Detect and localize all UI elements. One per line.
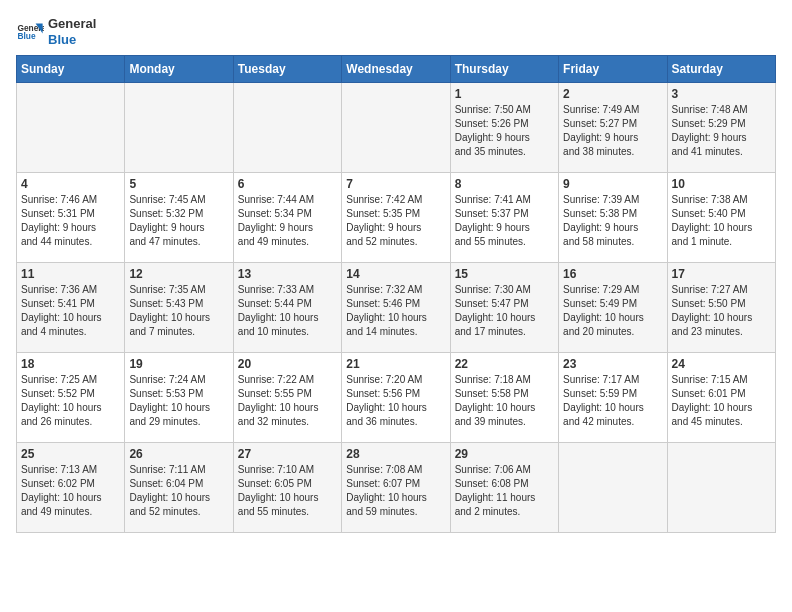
day-number: 28 — [346, 447, 445, 461]
calendar-cell: 23Sunrise: 7:17 AM Sunset: 5:59 PM Dayli… — [559, 353, 667, 443]
calendar-table: SundayMondayTuesdayWednesdayThursdayFrid… — [16, 55, 776, 533]
logo-icon: General Blue — [16, 18, 44, 46]
calendar-header-row: SundayMondayTuesdayWednesdayThursdayFrid… — [17, 56, 776, 83]
day-number: 16 — [563, 267, 662, 281]
day-number: 8 — [455, 177, 554, 191]
header-friday: Friday — [559, 56, 667, 83]
calendar-cell: 28Sunrise: 7:08 AM Sunset: 6:07 PM Dayli… — [342, 443, 450, 533]
calendar-cell: 6Sunrise: 7:44 AM Sunset: 5:34 PM Daylig… — [233, 173, 341, 263]
day-number: 12 — [129, 267, 228, 281]
calendar-week-row: 4Sunrise: 7:46 AM Sunset: 5:31 PM Daylig… — [17, 173, 776, 263]
day-info: Sunrise: 7:17 AM Sunset: 5:59 PM Dayligh… — [563, 373, 662, 429]
calendar-week-row: 18Sunrise: 7:25 AM Sunset: 5:52 PM Dayli… — [17, 353, 776, 443]
calendar-cell: 17Sunrise: 7:27 AM Sunset: 5:50 PM Dayli… — [667, 263, 775, 353]
calendar-cell: 22Sunrise: 7:18 AM Sunset: 5:58 PM Dayli… — [450, 353, 558, 443]
day-number: 1 — [455, 87, 554, 101]
day-number: 26 — [129, 447, 228, 461]
day-number: 9 — [563, 177, 662, 191]
calendar-week-row: 25Sunrise: 7:13 AM Sunset: 6:02 PM Dayli… — [17, 443, 776, 533]
day-info: Sunrise: 7:38 AM Sunset: 5:40 PM Dayligh… — [672, 193, 771, 249]
day-info: Sunrise: 7:33 AM Sunset: 5:44 PM Dayligh… — [238, 283, 337, 339]
day-info: Sunrise: 7:39 AM Sunset: 5:38 PM Dayligh… — [563, 193, 662, 249]
calendar-cell: 4Sunrise: 7:46 AM Sunset: 5:31 PM Daylig… — [17, 173, 125, 263]
day-info: Sunrise: 7:06 AM Sunset: 6:08 PM Dayligh… — [455, 463, 554, 519]
day-info: Sunrise: 7:15 AM Sunset: 6:01 PM Dayligh… — [672, 373, 771, 429]
calendar-cell: 26Sunrise: 7:11 AM Sunset: 6:04 PM Dayli… — [125, 443, 233, 533]
day-number: 2 — [563, 87, 662, 101]
calendar-cell: 2Sunrise: 7:49 AM Sunset: 5:27 PM Daylig… — [559, 83, 667, 173]
day-info: Sunrise: 7:25 AM Sunset: 5:52 PM Dayligh… — [21, 373, 120, 429]
day-number: 29 — [455, 447, 554, 461]
calendar-cell — [17, 83, 125, 173]
day-info: Sunrise: 7:27 AM Sunset: 5:50 PM Dayligh… — [672, 283, 771, 339]
day-info: Sunrise: 7:11 AM Sunset: 6:04 PM Dayligh… — [129, 463, 228, 519]
day-info: Sunrise: 7:32 AM Sunset: 5:46 PM Dayligh… — [346, 283, 445, 339]
calendar-cell: 11Sunrise: 7:36 AM Sunset: 5:41 PM Dayli… — [17, 263, 125, 353]
day-number: 25 — [21, 447, 120, 461]
day-number: 23 — [563, 357, 662, 371]
day-number: 27 — [238, 447, 337, 461]
day-info: Sunrise: 7:20 AM Sunset: 5:56 PM Dayligh… — [346, 373, 445, 429]
header-saturday: Saturday — [667, 56, 775, 83]
calendar-cell — [559, 443, 667, 533]
calendar-cell — [125, 83, 233, 173]
day-info: Sunrise: 7:35 AM Sunset: 5:43 PM Dayligh… — [129, 283, 228, 339]
calendar-cell: 24Sunrise: 7:15 AM Sunset: 6:01 PM Dayli… — [667, 353, 775, 443]
day-number: 7 — [346, 177, 445, 191]
calendar-cell: 13Sunrise: 7:33 AM Sunset: 5:44 PM Dayli… — [233, 263, 341, 353]
day-info: Sunrise: 7:36 AM Sunset: 5:41 PM Dayligh… — [21, 283, 120, 339]
day-number: 14 — [346, 267, 445, 281]
day-number: 19 — [129, 357, 228, 371]
day-number: 24 — [672, 357, 771, 371]
day-number: 5 — [129, 177, 228, 191]
day-info: Sunrise: 7:49 AM Sunset: 5:27 PM Dayligh… — [563, 103, 662, 159]
day-info: Sunrise: 7:30 AM Sunset: 5:47 PM Dayligh… — [455, 283, 554, 339]
calendar-cell: 27Sunrise: 7:10 AM Sunset: 6:05 PM Dayli… — [233, 443, 341, 533]
day-info: Sunrise: 7:44 AM Sunset: 5:34 PM Dayligh… — [238, 193, 337, 249]
day-number: 18 — [21, 357, 120, 371]
calendar-cell: 15Sunrise: 7:30 AM Sunset: 5:47 PM Dayli… — [450, 263, 558, 353]
calendar-cell — [667, 443, 775, 533]
day-number: 10 — [672, 177, 771, 191]
day-info: Sunrise: 7:45 AM Sunset: 5:32 PM Dayligh… — [129, 193, 228, 249]
calendar-cell: 5Sunrise: 7:45 AM Sunset: 5:32 PM Daylig… — [125, 173, 233, 263]
calendar-cell — [342, 83, 450, 173]
day-number: 22 — [455, 357, 554, 371]
calendar-cell: 12Sunrise: 7:35 AM Sunset: 5:43 PM Dayli… — [125, 263, 233, 353]
svg-text:Blue: Blue — [17, 31, 35, 41]
calendar-cell: 7Sunrise: 7:42 AM Sunset: 5:35 PM Daylig… — [342, 173, 450, 263]
calendar-cell: 21Sunrise: 7:20 AM Sunset: 5:56 PM Dayli… — [342, 353, 450, 443]
day-info: Sunrise: 7:46 AM Sunset: 5:31 PM Dayligh… — [21, 193, 120, 249]
calendar-cell — [233, 83, 341, 173]
calendar-cell: 14Sunrise: 7:32 AM Sunset: 5:46 PM Dayli… — [342, 263, 450, 353]
day-info: Sunrise: 7:10 AM Sunset: 6:05 PM Dayligh… — [238, 463, 337, 519]
calendar-cell: 10Sunrise: 7:38 AM Sunset: 5:40 PM Dayli… — [667, 173, 775, 263]
logo: General Blue General Blue — [16, 16, 96, 47]
day-number: 11 — [21, 267, 120, 281]
header-thursday: Thursday — [450, 56, 558, 83]
calendar-cell: 3Sunrise: 7:48 AM Sunset: 5:29 PM Daylig… — [667, 83, 775, 173]
day-number: 3 — [672, 87, 771, 101]
day-info: Sunrise: 7:42 AM Sunset: 5:35 PM Dayligh… — [346, 193, 445, 249]
header-wednesday: Wednesday — [342, 56, 450, 83]
calendar-week-row: 1Sunrise: 7:50 AM Sunset: 5:26 PM Daylig… — [17, 83, 776, 173]
day-info: Sunrise: 7:48 AM Sunset: 5:29 PM Dayligh… — [672, 103, 771, 159]
calendar-cell: 1Sunrise: 7:50 AM Sunset: 5:26 PM Daylig… — [450, 83, 558, 173]
day-info: Sunrise: 7:22 AM Sunset: 5:55 PM Dayligh… — [238, 373, 337, 429]
header-tuesday: Tuesday — [233, 56, 341, 83]
calendar-cell: 9Sunrise: 7:39 AM Sunset: 5:38 PM Daylig… — [559, 173, 667, 263]
day-info: Sunrise: 7:18 AM Sunset: 5:58 PM Dayligh… — [455, 373, 554, 429]
header: General Blue General Blue — [16, 16, 776, 47]
calendar-week-row: 11Sunrise: 7:36 AM Sunset: 5:41 PM Dayli… — [17, 263, 776, 353]
day-info: Sunrise: 7:29 AM Sunset: 5:49 PM Dayligh… — [563, 283, 662, 339]
day-info: Sunrise: 7:50 AM Sunset: 5:26 PM Dayligh… — [455, 103, 554, 159]
calendar-cell: 18Sunrise: 7:25 AM Sunset: 5:52 PM Dayli… — [17, 353, 125, 443]
day-info: Sunrise: 7:24 AM Sunset: 5:53 PM Dayligh… — [129, 373, 228, 429]
day-info: Sunrise: 7:41 AM Sunset: 5:37 PM Dayligh… — [455, 193, 554, 249]
logo-text: General Blue — [48, 16, 96, 47]
calendar-cell: 20Sunrise: 7:22 AM Sunset: 5:55 PM Dayli… — [233, 353, 341, 443]
day-number: 13 — [238, 267, 337, 281]
day-number: 17 — [672, 267, 771, 281]
day-number: 15 — [455, 267, 554, 281]
day-info: Sunrise: 7:13 AM Sunset: 6:02 PM Dayligh… — [21, 463, 120, 519]
